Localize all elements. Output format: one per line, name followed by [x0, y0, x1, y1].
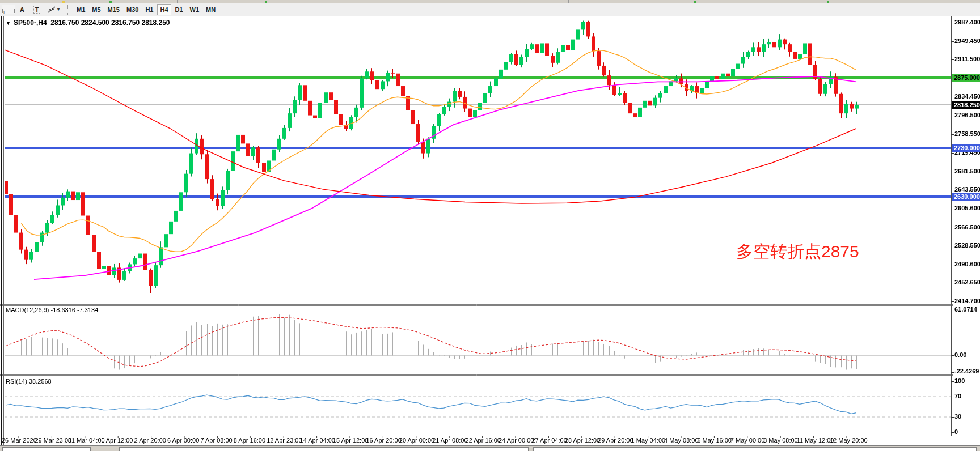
rsi-name: RSI(14) — [6, 378, 27, 385]
date-tick-label: 12 Apr 23:00 — [267, 437, 302, 444]
date-tick-label: 29 Apr 20:00 — [598, 437, 633, 444]
macd-tick-label: 61.0714 — [954, 306, 977, 313]
date-tick-label: 27 Apr 04:00 — [531, 437, 567, 444]
price-tick-label: 2681.500 — [954, 168, 980, 175]
price-tick-label: 2949.450 — [954, 37, 980, 44]
rsi-tick-label: 30 — [954, 413, 961, 420]
chart-text-annotation[interactable]: 多空转折点2875 — [736, 240, 859, 263]
chart-title: ▼SP500-,H4 2816.750 2824.500 2816.750 28… — [6, 19, 170, 27]
rsi-tick-label: 0 — [954, 428, 958, 435]
macd-values: -18.6316 -7.3134 — [50, 307, 98, 313]
rsi-indicator-label: RSI(14) 38.2568 — [6, 378, 52, 385]
date-tick-label: 1 May 04:00 — [631, 437, 666, 444]
date-tick-label: 7 May 00:00 — [730, 437, 765, 444]
date-tick-label: 12 May 20:00 — [830, 437, 868, 444]
date-tick-label: 2 Apr 20:00 — [134, 437, 166, 444]
date-tick-label: 20 Apr 00:00 — [399, 437, 434, 444]
macd-tick-label: 0.00 — [954, 351, 966, 358]
date-tick-label: 28 Apr 12:00 — [565, 437, 600, 444]
macd-tick-label: -22.4269 — [954, 368, 979, 375]
date-tick-label: 7 Apr 08:00 — [200, 437, 232, 444]
price-tick-label: 2796.500 — [954, 112, 980, 118]
macd-name: MACD(12,26,9) — [6, 307, 49, 313]
date-tick-label: 29 Mar 23:00 — [35, 437, 71, 444]
date-tick-label: 26 Mar 2020 — [2, 437, 37, 444]
ohlc-values: 2816.750 2824.500 2816.750 2818.250 — [50, 19, 170, 27]
date-tick-label: 5 May 16:00 — [697, 437, 732, 444]
date-tick-label: 16 Apr 20:00 — [366, 437, 401, 444]
trading-terminal-window: F A T ▾ M1M5M15M30H1H4D1W1MN ▼SP500-,H4 … — [0, 0, 980, 451]
date-tick-label: 15 Apr 12:00 — [333, 437, 368, 444]
price-tick-label: 2566.500 — [954, 224, 980, 231]
rsi-tick-label: 100 — [954, 377, 965, 384]
date-tick-label: 6 Apr 00:00 — [167, 437, 199, 444]
price-tick-label: 2605.600 — [954, 205, 980, 211]
date-tick-label: 8 May 08:00 — [763, 437, 798, 444]
price-tick-label: 2643.550 — [954, 186, 980, 193]
date-tick-label: 21 Apr 08:00 — [432, 437, 467, 444]
price-line-badge: 2730.000 — [952, 144, 980, 152]
price-line-badge: 2875.000 — [952, 74, 980, 82]
symbol-timeframe-label: SP500-,H4 — [14, 19, 47, 27]
rsi-tick-label: 70 — [954, 393, 961, 399]
price-line-badge: 2818.250 — [952, 101, 980, 109]
price-tick-label: 2452.650 — [954, 279, 980, 286]
bottom-status-strip — [0, 445, 980, 451]
symbol-dropdown-icon[interactable]: ▼ — [6, 20, 11, 26]
date-tick-label: 4 May 08:00 — [664, 437, 699, 444]
date-tick-label: 31 Mar 04:00 — [68, 437, 105, 444]
price-line-badge: 2630.000 — [952, 193, 980, 201]
status-box — [119, 447, 529, 451]
date-tick-label: 1 Apr 12:00 — [101, 437, 133, 444]
price-tick-label: 2414.700 — [954, 297, 980, 304]
date-tick-label: 14 Apr 04:00 — [300, 437, 335, 444]
date-tick-label: 24 Apr 00:00 — [499, 437, 534, 444]
price-chart-canvas[interactable] — [0, 0, 980, 451]
price-tick-label: 2490.600 — [954, 261, 980, 267]
rsi-value: 38.2568 — [29, 378, 52, 385]
macd-indicator-label: MACD(12,26,9) -18.6316 -7.3134 — [6, 307, 98, 313]
status-box — [533, 447, 977, 451]
price-tick-label: 2987.400 — [954, 19, 980, 25]
date-tick-label: 8 Apr 16:00 — [234, 437, 265, 444]
price-tick-label: 2911.500 — [954, 56, 980, 62]
price-tick-label: 2834.450 — [954, 93, 980, 100]
price-tick-label: 2528.550 — [954, 242, 980, 249]
date-tick-label: 11 May 12:00 — [797, 437, 834, 444]
date-tick-label: 22 Apr 16:00 — [466, 437, 501, 444]
status-box — [2, 447, 91, 451]
price-tick-label: 2758.550 — [954, 130, 980, 137]
